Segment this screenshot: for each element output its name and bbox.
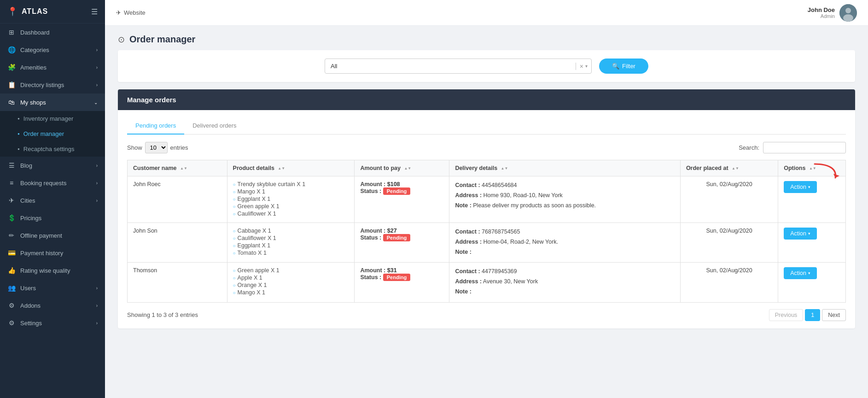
sidebar-item-pricings[interactable]: 💲 Pricings bbox=[0, 209, 105, 227]
main-content: ✈ Website John Doe Admin ⊙ Order manager bbox=[105, 0, 868, 398]
sidebar-item-recaptcha-settings[interactable]: ● Recaptcha settings bbox=[0, 141, 105, 157]
cell-options: Action ▾ bbox=[778, 176, 846, 223]
sidebar-item-rating-wise-quality[interactable]: 👍 Rating wise quality bbox=[0, 262, 105, 279]
cell-delivery-details: Contact : 44548654684 Address : Home 930… bbox=[449, 176, 681, 223]
action-label: Action bbox=[790, 270, 806, 276]
topbar-left: ✈ Website bbox=[116, 9, 146, 16]
sidebar-item-offline-payment[interactable]: ✏ Offline payment bbox=[0, 227, 105, 244]
topbar-right: John Doe Admin bbox=[808, 4, 857, 22]
sidebar-item-directory-listings[interactable]: 📋 Directory listings › bbox=[0, 76, 105, 94]
bullet-icon: ○ bbox=[233, 189, 236, 194]
page-title: Order manager bbox=[129, 34, 195, 45]
sort-icon[interactable]: ▲▼ bbox=[809, 166, 816, 170]
chevron-right-icon: › bbox=[96, 303, 98, 308]
table-row: John Son○ Cabbage X 1○ Cauliflower X 1○ … bbox=[128, 223, 846, 263]
pagination-wrap: Showing 1 to 3 of 3 entries Previous 1 N… bbox=[127, 309, 846, 321]
svg-point-1 bbox=[845, 8, 851, 13]
sidebar-item-addons[interactable]: ⚙ Addons › bbox=[0, 297, 105, 314]
sidebar-item-cities[interactable]: ✈ Cities › bbox=[0, 192, 105, 209]
address-line: Address : Home 930, Road-10, New York bbox=[455, 191, 675, 200]
bullet-icon: ○ bbox=[233, 228, 236, 234]
chevron-down-icon: ▾ bbox=[808, 231, 810, 236]
contact-line: Contact : 44548654684 bbox=[455, 181, 675, 190]
tab-delivered-orders[interactable]: Delivered orders bbox=[184, 117, 245, 135]
sort-icon[interactable]: ▲▼ bbox=[180, 166, 187, 170]
sidebar-item-users[interactable]: 👥 Users › bbox=[0, 279, 105, 297]
pagination-showing: Showing 1 to 3 of 3 entries bbox=[127, 311, 198, 318]
payment-icon: 💳 bbox=[7, 249, 16, 257]
website-link[interactable]: Website bbox=[124, 9, 146, 16]
bullet-icon: ○ bbox=[233, 275, 236, 281]
page-1-button[interactable]: 1 bbox=[805, 309, 820, 321]
hamburger-icon[interactable]: ☰ bbox=[91, 7, 98, 16]
sub-item-label: Inventory manager bbox=[23, 115, 73, 122]
sidebar-item-label: Amenities bbox=[20, 64, 47, 71]
prev-button[interactable]: Previous bbox=[769, 309, 804, 321]
bullet-icon: ○ bbox=[233, 182, 236, 187]
list-item: ○ Mango X 1 bbox=[233, 188, 349, 195]
sidebar-item-label: Rating wise quality bbox=[20, 267, 70, 274]
table-row: Thomson○ Green apple X 1○ Apple X 1○ Ora… bbox=[128, 263, 846, 302]
filter-select-value[interactable]: All bbox=[325, 59, 576, 73]
cell-order-date: Sun, 02/Aug/2020 bbox=[680, 223, 778, 263]
addons-icon: ⚙ bbox=[7, 302, 16, 309]
sidebar-item-booking-requests[interactable]: ≡ Booking requests › bbox=[0, 174, 105, 192]
status-label: Status : Pending bbox=[360, 274, 410, 281]
filter-clear-icon[interactable]: × bbox=[580, 63, 583, 70]
sidebar-item-label: Booking requests bbox=[20, 180, 66, 187]
entries-select[interactable]: 10 25 50 bbox=[145, 142, 168, 153]
sidebar-item-blog[interactable]: ☰ Blog › bbox=[0, 157, 105, 174]
sidebar-item-inventory-manager[interactable]: ● Inventory manager bbox=[0, 111, 105, 126]
note-line: Note : Please deliver my products as soo… bbox=[455, 201, 675, 210]
next-button[interactable]: Next bbox=[822, 309, 846, 321]
sidebar-item-my-shops[interactable]: 🛍 My shops ⌄ bbox=[0, 94, 105, 111]
action-button[interactable]: Action ▾ bbox=[784, 228, 817, 240]
tab-pending-orders[interactable]: Pending orders bbox=[127, 117, 184, 135]
chevron-right-icon: › bbox=[96, 181, 98, 186]
filter-dropdown-icon[interactable]: ▾ bbox=[585, 64, 588, 69]
chevron-down-icon: ▾ bbox=[808, 185, 810, 189]
amount-label: Amount : $108 bbox=[360, 181, 400, 187]
col-customer-name: Customer name ▲▼ bbox=[128, 160, 227, 176]
dashboard-icon: ⊞ bbox=[7, 29, 16, 36]
list-item: ○ Trendy skyblue curtain X 1 bbox=[233, 181, 349, 187]
directory-icon: 📋 bbox=[7, 81, 16, 88]
cell-options: Action ▾ bbox=[778, 223, 846, 263]
search-label: Search: bbox=[739, 144, 759, 151]
action-button[interactable]: Action ▾ bbox=[784, 181, 817, 193]
sort-icon[interactable]: ▲▼ bbox=[404, 166, 411, 170]
action-button[interactable]: Action ▾ bbox=[784, 267, 817, 279]
sidebar-item-payment-history[interactable]: 💳 Payment history bbox=[0, 244, 105, 262]
sidebar-item-label: Pricings bbox=[20, 215, 41, 222]
cell-order-date: Sun, 02/Aug/2020 bbox=[680, 176, 778, 223]
sidebar-item-label: Payment history bbox=[20, 250, 63, 257]
bullet-icon: ○ bbox=[233, 283, 236, 288]
card-body: Pending orders Delivered orders Show 10 … bbox=[118, 110, 855, 328]
chevron-down-icon: ▾ bbox=[808, 271, 810, 275]
search-input[interactable] bbox=[763, 142, 846, 153]
cell-customer-name: John Son bbox=[128, 223, 227, 263]
sort-icon[interactable]: ▲▼ bbox=[278, 166, 285, 170]
show-entries: Show 10 25 50 entries bbox=[127, 142, 188, 153]
filter-button[interactable]: 🔍 Filter bbox=[599, 59, 648, 74]
sidebar-item-categories[interactable]: 🌐 Categories › bbox=[0, 41, 105, 59]
sort-icon[interactable]: ▲▼ bbox=[501, 166, 508, 170]
list-item: ○ Eggplant X 1 bbox=[233, 196, 349, 202]
sidebar-logo: 📍 ATLAS bbox=[7, 6, 48, 17]
sidebar-item-amenities[interactable]: 🧩 Amenities › bbox=[0, 59, 105, 76]
sidebar-item-order-manager[interactable]: ● Order manager bbox=[0, 126, 105, 141]
navigation-arrow-icon: ✈ bbox=[116, 9, 121, 16]
sidebar-item-label: My shops bbox=[20, 99, 46, 106]
sidebar-item-settings[interactable]: ⚙ Settings › bbox=[0, 314, 105, 332]
chevron-right-icon: › bbox=[96, 198, 98, 203]
status-label: Status : Pending bbox=[360, 188, 410, 194]
list-item: ○ Green apple X 1 bbox=[233, 267, 349, 274]
bullet-icon: ○ bbox=[233, 243, 236, 248]
categories-icon: 🌐 bbox=[7, 46, 16, 53]
sidebar-item-label: Categories bbox=[20, 47, 49, 53]
note-line: Note : bbox=[455, 287, 675, 296]
pagination: Previous 1 Next bbox=[769, 309, 846, 321]
sidebar-item-dashboard[interactable]: ⊞ Dashboard bbox=[0, 23, 105, 41]
col-delivery-details: Delivery details ▲▼ bbox=[449, 160, 681, 176]
sort-icon[interactable]: ▲▼ bbox=[732, 166, 739, 170]
